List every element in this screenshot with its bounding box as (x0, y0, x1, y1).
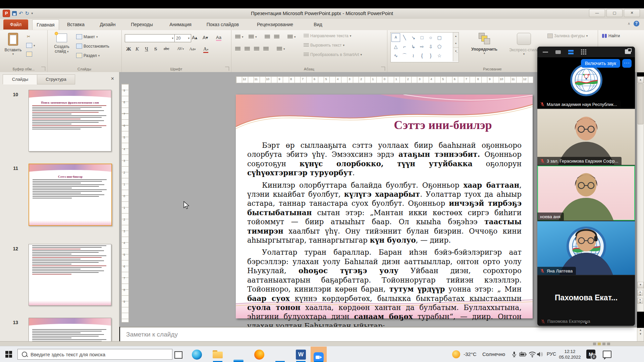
paragraph-dialog-launcher[interactable] (381, 67, 385, 71)
view-slideshow-icon[interactable] (607, 343, 610, 345)
slide-thumbnail-12[interactable] (29, 244, 111, 306)
zoom-popout-icon[interactable] (625, 49, 631, 54)
line-spacing-button[interactable]: ▾ (287, 35, 296, 39)
view-reading-icon[interactable] (602, 343, 605, 345)
shapes-scroll-up-icon[interactable]: ▲ (453, 33, 459, 40)
unmute-button[interactable]: Включить звук (581, 59, 620, 68)
vertical-ruler[interactable]: 9876543210123456789 (121, 84, 129, 322)
align-text-button[interactable]: Выровнять текст▾ (304, 43, 344, 48)
start-button[interactable] (5, 351, 12, 358)
unmute-more-button[interactable]: ··· (622, 59, 632, 68)
text-direction-button[interactable]: Направление текста▾ (304, 34, 351, 38)
horizontal-ruler[interactable]: 1211109876543210123456789101112 (236, 76, 533, 83)
taskbar-search-input[interactable]: Введите здесь текст для поиска (17, 349, 172, 360)
slide-thumbnail-13[interactable] (29, 318, 111, 341)
tab-file[interactable]: Файл (3, 19, 28, 29)
shrink-font-button[interactable]: А▾ (203, 35, 208, 40)
shape-glyph-4[interactable]: ○ (426, 33, 435, 42)
zoom-app-icon[interactable] (311, 350, 327, 360)
shapes-more-icon[interactable]: ▼̲ (453, 47, 459, 55)
shape-glyph-13[interactable]: ⌒ (400, 51, 409, 60)
shape-glyph-0[interactable]: A (391, 33, 400, 42)
section-button[interactable]: Раздел▾ (76, 53, 100, 58)
shape-glyph-16[interactable]: } (426, 51, 435, 60)
zoom-speaker-view-icon[interactable] (555, 50, 561, 54)
weather-sun-icon[interactable] (452, 350, 460, 358)
file-explorer-icon[interactable] (213, 350, 223, 360)
save-icon[interactable] (12, 11, 17, 16)
clear-formatting-button[interactable]: Аа (216, 35, 221, 41)
shape-glyph-12[interactable]: ∿ (391, 51, 400, 60)
font-size-combobox[interactable]: 20▾ (174, 34, 191, 42)
collapse-participant-icon[interactable]: ⌄ (584, 319, 588, 325)
shape-glyph-14[interactable]: ≀ (409, 51, 418, 60)
view-sorter-icon[interactable] (598, 343, 601, 345)
participant-tile-2[interactable]: 3 зал. Герасимова Евдокия Софр... (537, 109, 635, 165)
panel-tab-slides[interactable]: Слайды (3, 74, 38, 84)
font-name-combobox[interactable]: ▾ (125, 34, 175, 42)
task-view-button[interactable] (174, 351, 182, 359)
speaker-tray-icon[interactable] (537, 351, 544, 358)
collapse-ribbon-icon[interactable]: ∧ (628, 21, 630, 26)
notes-scrollbar[interactable]: ▲▼ (637, 328, 644, 342)
find-button[interactable]: Найти (602, 34, 620, 38)
view-normal-icon[interactable] (593, 343, 596, 345)
next-slide-button[interactable]: ▼▼ (637, 298, 643, 304)
reset-button[interactable]: Восстановить (76, 44, 109, 49)
align-center-button[interactable] (245, 47, 250, 51)
shadow-button[interactable]: S (154, 46, 157, 52)
increase-indent-button[interactable] (274, 35, 279, 39)
slide-thumbnail-11[interactable]: Сэттэ ини-биилэр (29, 164, 112, 226)
scrollbar-thumb[interactable] (638, 83, 643, 124)
restore-button[interactable]: ▢ (606, 9, 623, 17)
tab-review[interactable]: Рецензирование (250, 19, 301, 29)
panel-close-icon[interactable]: ✕ (111, 76, 114, 81)
shape-glyph-9[interactable]: ⇨ (418, 42, 426, 51)
numbering-button[interactable]: ▾ (249, 35, 257, 39)
powerpoint-app-icon[interactable]: P (3, 10, 10, 17)
align-right-button[interactable] (254, 47, 259, 51)
participant-tile-5[interactable]: Пахомова Екат...Пахомова Екатерина⌄ (537, 276, 635, 326)
shapes-scroll-down-icon[interactable]: ▼ (453, 40, 459, 47)
weather-condition[interactable]: Солнечно (482, 351, 505, 357)
tab-view[interactable]: Вид (309, 19, 327, 29)
new-slide-button[interactable]: Создать слайд ▾ (51, 34, 72, 54)
zoom-strip-view-icon[interactable] (568, 50, 574, 54)
shape-glyph-2[interactable]: ↘ (409, 33, 418, 42)
tab-transitions[interactable]: Переходы (127, 19, 157, 29)
redo-button[interactable]: ↻ (25, 10, 30, 17)
minimize-button[interactable]: — (589, 9, 605, 17)
zoom-gallery-view-icon[interactable] (581, 49, 586, 55)
columns-button[interactable]: ▾ (277, 47, 285, 51)
slide-title[interactable]: Сэттэ ини-биилэр (363, 118, 523, 132)
shape-glyph-17[interactable]: ☆ (435, 51, 444, 60)
arrange-button[interactable]: Упорядочить ▾ (467, 33, 502, 55)
bold-button[interactable]: Ж (126, 46, 131, 52)
panel-tab-outline[interactable]: Структура (37, 74, 75, 84)
scroll-up-icon[interactable]: ▲ (637, 77, 644, 83)
font-color-button[interactable]: А▾ (203, 46, 208, 53)
clipboard-dialog-launcher[interactable] (41, 67, 45, 71)
wifi-tray-icon[interactable] (529, 351, 536, 358)
strikethrough-button[interactable]: abc (164, 46, 169, 51)
format-painter-button[interactable] (26, 52, 32, 57)
tray-clock[interactable]: 12:12 05.02.2022 (558, 349, 582, 360)
notes-pane[interactable]: Заметки к слайду (120, 327, 637, 342)
slide-body-text[interactable]: Бэрт өр сыллааҕыта сэттэ уоллаах биир ба… (247, 141, 522, 316)
grow-font-button[interactable]: А▴ (192, 35, 197, 40)
cut-button[interactable]: ✂ (27, 34, 30, 39)
tab-animations[interactable]: Анимация (165, 19, 196, 29)
close-button[interactable]: ✕ (624, 9, 640, 17)
weather-temperature[interactable]: -32°C (464, 351, 477, 357)
layout-button[interactable]: Макет▾ (76, 34, 98, 39)
tab-design[interactable]: Дизайн (95, 19, 120, 29)
convert-smartart-button[interactable]: Преобразовать в SmartArt▾ (304, 52, 362, 57)
word-icon[interactable]: W (296, 350, 306, 360)
align-left-button[interactable] (235, 47, 240, 51)
keyboard-language[interactable]: РУС (547, 351, 556, 357)
tab-home[interactable]: Главная (32, 19, 59, 30)
shapes-gallery[interactable]: A╲↘□○▢△⌐↳⇨⇩⬠∿⌒≀{}☆ ▲ ▼ ▼̲ (390, 32, 459, 62)
paste-button[interactable]: Вставить ▾ (3, 33, 23, 56)
underline-button[interactable]: Ч (145, 46, 148, 52)
tab-slideshow[interactable]: Показ слайдов (203, 19, 242, 29)
